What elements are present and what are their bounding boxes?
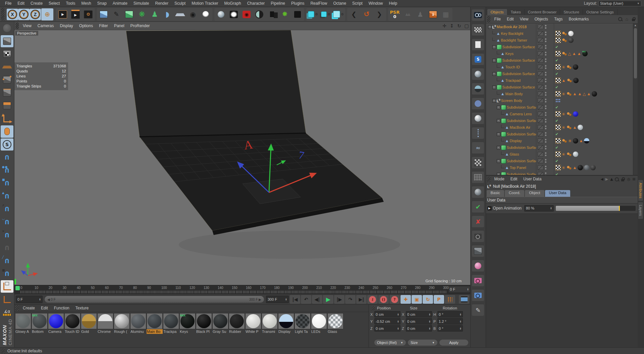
stepper-icon[interactable]: ▲▼ (460, 320, 462, 323)
enabled-check-icon[interactable]: ✔ (555, 145, 558, 150)
object-name[interactable]: Subdivision Surface (502, 85, 536, 89)
prev-frame-button[interactable]: ◀| (312, 295, 322, 304)
object-name[interactable]: Subdivision Surface (507, 119, 536, 123)
tree-row-screen-body-11[interactable]: −L0Screen Body (486, 97, 638, 104)
material-tag-icon[interactable] (573, 64, 578, 70)
next-key-button[interactable]: ↷ (345, 295, 356, 304)
checkerboard-icon[interactable] (472, 157, 484, 168)
octane-softbox-icon[interactable] (228, 8, 240, 20)
tree-row-top-panel-21[interactable]: ▲Top Panel✳▲ (486, 164, 638, 171)
home-icon[interactable]: ⌂ (624, 16, 630, 22)
visibility-dots-icon[interactable] (545, 132, 547, 136)
material-label[interactable]: Gray Su (212, 329, 228, 334)
material-label[interactable]: Transmi (262, 329, 278, 334)
material-label[interactable]: Glass (327, 329, 343, 334)
menu-animate[interactable]: Animate (110, 0, 130, 7)
constraint-tag-icon[interactable] (555, 99, 560, 103)
octane-fan-icon[interactable]: ✸ (279, 8, 291, 20)
history-forward-icon[interactable]: ▶ (605, 177, 608, 181)
octane-sphere-icon[interactable] (215, 8, 227, 20)
display-tag-icon[interactable]: ✳ (562, 125, 566, 130)
spline-snap-button[interactable]: ◡U (1, 216, 13, 228)
om-menu-edit[interactable]: Edit (504, 16, 517, 22)
object-name[interactable]: Subdivision Surface (507, 172, 536, 175)
layer-icon[interactable] (538, 45, 543, 49)
om-menu-tags[interactable]: Tags (551, 16, 566, 22)
attr-tab-object[interactable]: Object (525, 190, 544, 197)
layer-icon[interactable] (538, 85, 543, 90)
history-back-icon[interactable]: ◀ (600, 177, 603, 181)
object-name[interactable]: Glass (510, 152, 536, 156)
material-thumbnail[interactable] (196, 313, 212, 329)
snap-toggle-button[interactable]: S (1, 138, 13, 151)
ruler-frame-field[interactable]: 0 F ▲▼ (448, 286, 470, 293)
tree-row-subdivision-surface-5[interactable]: −Subdivision Surface✔ (486, 57, 638, 64)
coordinate-system-icon[interactable]: ⊕ (41, 8, 53, 20)
vp-menu-filter[interactable]: Filter (96, 23, 111, 29)
frame-range-slider[interactable]: ◀ 0 F300 F ▶ (45, 296, 264, 303)
menu-mograph[interactable]: MoGraph (221, 0, 244, 7)
material-label[interactable]: Main Bo (147, 329, 163, 334)
grip-handle[interactable] (371, 306, 375, 310)
material-label[interactable]: Touch ID (64, 329, 80, 334)
expand-icon[interactable]: − (497, 173, 500, 175)
stepper-icon[interactable]: ▲▼ (397, 320, 399, 323)
visibility-dots-icon[interactable] (545, 159, 547, 163)
stepper-icon[interactable]: ▲▼ (460, 327, 462, 330)
vp-menu-prorender[interactable]: ProRender (127, 23, 153, 29)
material-tag-icon[interactable] (573, 138, 578, 143)
visibility-dots-icon[interactable] (545, 51, 547, 56)
toggle-panel-icon[interactable]: ▢ (463, 22, 470, 29)
workplane-lock-button[interactable] (1, 280, 13, 293)
texture-mode-button[interactable] (1, 48, 13, 60)
vp-menu-options[interactable]: Options (76, 23, 96, 29)
polygon-selection-tag-icon[interactable]: ▲ (573, 125, 577, 130)
layer-icon[interactable] (538, 118, 543, 123)
enabled-check-icon[interactable]: ✔ (555, 132, 558, 136)
phong-tag-icon[interactable] (567, 78, 572, 82)
menu-snap[interactable]: Snap (94, 0, 110, 7)
floor-icon[interactable] (174, 8, 186, 20)
object-name[interactable]: Subdivision Surface (507, 105, 536, 109)
enabled-check-icon[interactable]: ✔ (555, 58, 558, 63)
model-mode-button[interactable] (1, 35, 13, 48)
visibility-dots-icon[interactable] (545, 138, 547, 143)
key-position-toggle[interactable]: ✚ (400, 295, 411, 304)
visibility-dots-icon[interactable] (545, 85, 547, 90)
goto-end-button[interactable]: ▶| (356, 295, 367, 304)
render-settings-icon[interactable]: ⚙ (82, 8, 94, 20)
material-thumbnail[interactable] (81, 313, 97, 329)
object-name[interactable]: Key Backlight (501, 32, 536, 36)
grip-handle[interactable] (15, 305, 19, 311)
visibility-dots-icon[interactable] (545, 38, 547, 43)
pen-icon[interactable]: ✎ (472, 304, 484, 316)
material-tag-icon[interactable] (584, 138, 589, 143)
texture-tag-icon[interactable] (555, 64, 561, 70)
object-name[interactable]: Camera Lens (510, 112, 536, 116)
param-expander-icon[interactable]: ▶ (487, 206, 492, 211)
record-keyframe-button[interactable]: ⚷ (367, 295, 378, 304)
texture-tag-icon[interactable] (555, 138, 561, 143)
phong-tag-icon[interactable] (567, 152, 572, 156)
next-frame-button[interactable]: |▶ (334, 295, 344, 304)
blue-camera-icon[interactable] (472, 290, 484, 301)
tree-row-subdivision-surface-22[interactable]: −Subdivision Surface✔ (486, 171, 638, 175)
tab-structure[interactable]: Structure (560, 9, 583, 15)
polygon-selection-tag-icon[interactable]: ▲ (579, 138, 583, 143)
coord-field[interactable]: 0 cm▲▼ (406, 318, 432, 324)
material-label[interactable]: Keys (179, 329, 196, 334)
menu-pipeline[interactable]: Pipeline (268, 0, 288, 7)
material-tag-icon[interactable] (573, 111, 578, 117)
generator-cube-icon[interactable] (123, 8, 135, 20)
object-name[interactable]: Display (510, 139, 536, 143)
cross-icon[interactable]: ✘ (472, 216, 484, 227)
cube-icon[interactable] (472, 245, 484, 257)
object-name[interactable]: Trackpad (505, 78, 536, 82)
phong-tag-icon[interactable] (562, 38, 567, 42)
visibility-dots-icon[interactable] (545, 24, 547, 29)
display-tag-icon[interactable]: ✳ (562, 65, 566, 70)
phong-tag-icon[interactable] (562, 139, 567, 143)
expand-icon[interactable]: − (497, 119, 500, 123)
polygon-selection-tag-icon[interactable]: ▲ (562, 78, 566, 83)
enabled-check-icon[interactable]: ✔ (555, 172, 558, 175)
